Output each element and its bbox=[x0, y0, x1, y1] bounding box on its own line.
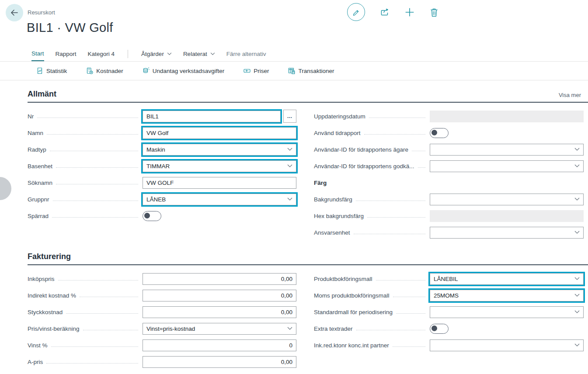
a-pris-input[interactable] bbox=[143, 356, 296, 368]
produktbokforingsmall-dropdown[interactable]: LÅNEBIL bbox=[430, 273, 584, 285]
fewer-options-button[interactable]: Färre alternativ bbox=[226, 47, 266, 61]
card-content: Allmänt Visa mer Nr … Namn bbox=[0, 80, 588, 370]
undantag-verkstadsavgifter-action[interactable]: Undantag verkstadsavgifter bbox=[140, 67, 227, 75]
dotted-leader bbox=[376, 280, 425, 280]
trash-icon bbox=[429, 7, 439, 17]
field-label: Styckkostnad bbox=[28, 309, 63, 315]
section-allmant-fields: Nr … Namn Radtyp bbox=[28, 108, 584, 241]
priser-action[interactable]: Priser bbox=[241, 67, 271, 75]
action-label: Undantag verkstadsavgifter bbox=[153, 68, 224, 74]
subheading-farg: Färg bbox=[314, 180, 327, 186]
dotted-leader bbox=[37, 117, 138, 118]
field-label: Användar-ID för tidrapportens godkä... bbox=[314, 163, 414, 170]
tab-start[interactable]: Start bbox=[31, 47, 44, 61]
section-title[interactable]: Allmänt bbox=[28, 90, 56, 99]
field-row-gruppnr: Gruppnr LÅNEB bbox=[28, 191, 296, 208]
nr-input[interactable] bbox=[143, 111, 281, 122]
anvand-tidrapport-toggle[interactable] bbox=[430, 128, 449, 138]
chevron-down-icon bbox=[574, 310, 580, 314]
share-button[interactable] bbox=[379, 7, 390, 18]
field-row-soknamn: Söknamn bbox=[28, 174, 296, 191]
standardmall-periodisering-dropdown[interactable] bbox=[430, 306, 584, 318]
chevron-down-icon bbox=[287, 327, 292, 330]
hex-bakgrundsfarg-field bbox=[430, 210, 584, 222]
chevron-down-icon bbox=[574, 343, 580, 347]
dotted-leader bbox=[412, 150, 425, 151]
back-button[interactable] bbox=[6, 4, 23, 21]
inkredktonr-dropdown[interactable] bbox=[430, 339, 584, 351]
ansvarsenhet-dropdown[interactable] bbox=[430, 227, 584, 239]
soknamn-input[interactable] bbox=[143, 177, 296, 189]
tidrapport-agare-dropdown[interactable] bbox=[430, 144, 584, 156]
field-row-vinst-procent: Vinst % bbox=[28, 337, 296, 353]
tidrapport-godkannare-dropdown[interactable] bbox=[430, 160, 584, 172]
calculator-coin-icon bbox=[86, 67, 93, 74]
basenhet-dropdown[interactable]: TIMMAR bbox=[143, 160, 296, 172]
show-more-link[interactable]: Visa mer bbox=[556, 91, 584, 99]
field-label: Indirekt kostnad % bbox=[28, 292, 76, 299]
ledger-icon bbox=[288, 67, 295, 74]
tab-kategori-4[interactable]: Kategori 4 bbox=[88, 47, 115, 61]
section-allmant-header: Allmänt Visa mer bbox=[28, 90, 588, 103]
menu-atgarder[interactable]: Åtgärder bbox=[141, 47, 172, 61]
dotted-leader bbox=[58, 280, 138, 280]
statistik-action[interactable]: Statistik bbox=[34, 67, 70, 75]
section-fakturering-header: Fakturering bbox=[28, 252, 588, 265]
pris-vinst-berakning-dropdown[interactable]: Vinst=pris-kostnad bbox=[143, 323, 296, 335]
field-label: Använd tidrapport bbox=[314, 130, 361, 136]
statistics-icon bbox=[36, 67, 43, 74]
field-label: Gruppnr bbox=[28, 196, 49, 203]
field-label: Nr bbox=[28, 113, 34, 120]
field-row-moms-produktbokforingsmall: Moms produktbokföringsmall 25MOMS bbox=[314, 287, 584, 304]
field-label: Söknamn bbox=[28, 180, 52, 186]
dotted-leader bbox=[51, 346, 138, 347]
dotted-leader bbox=[83, 329, 138, 330]
delete-button[interactable] bbox=[429, 7, 439, 17]
field-row-namn: Namn bbox=[28, 125, 296, 141]
action-label: Kostnader bbox=[96, 68, 123, 74]
chevron-down-icon bbox=[287, 197, 292, 201]
inkopspris-input[interactable] bbox=[143, 273, 296, 285]
menu-relaterat[interactable]: Relaterat bbox=[183, 47, 215, 61]
action-label: Transaktioner bbox=[298, 68, 334, 74]
gruppnr-dropdown[interactable]: LÅNEB bbox=[143, 194, 296, 205]
assist-edit-button[interactable]: … bbox=[283, 110, 296, 123]
tab-rapport[interactable]: Rapport bbox=[56, 47, 77, 61]
moms-produktbokforingsmall-dropdown[interactable]: 25MOMS bbox=[430, 290, 584, 301]
vinst-procent-input[interactable] bbox=[143, 339, 296, 351]
field-row-pris-vinst-berakning: Pris/vinst-beräkning Vinst=pris-kostnad bbox=[28, 320, 296, 337]
extra-textrader-toggle[interactable] bbox=[430, 324, 449, 334]
field-row-bakgrundsfarg: Bakgrundsfärg bbox=[314, 191, 584, 208]
field-row-extra-textrader: Extra textrader bbox=[314, 320, 584, 337]
transaktioner-action[interactable]: Transaktioner bbox=[285, 67, 337, 75]
field-row-sparrad: Spärrad bbox=[28, 208, 296, 224]
field-label: Moms produktbokföringsmall bbox=[314, 292, 390, 299]
edit-pencil-icon bbox=[352, 8, 361, 17]
namn-input[interactable] bbox=[143, 127, 296, 139]
section-title[interactable]: Fakturering bbox=[28, 252, 71, 261]
allmant-left-column: Nr … Namn Radtyp bbox=[28, 108, 296, 241]
menu-label: Relaterat bbox=[183, 51, 207, 57]
breadcrumb[interactable]: Resurskort bbox=[28, 9, 55, 16]
edit-button[interactable] bbox=[347, 3, 365, 21]
dotted-leader bbox=[56, 167, 138, 168]
ribbon-tabs: Start Rapport Kategori 4 Åtgärder Relate… bbox=[0, 47, 588, 62]
styckkostnad-input[interactable] bbox=[143, 306, 296, 318]
arrow-left-icon bbox=[9, 7, 20, 18]
radtyp-dropdown[interactable]: Maskin bbox=[143, 144, 296, 156]
field-label: Spärrad bbox=[28, 213, 49, 219]
kostnader-action[interactable]: Kostnader bbox=[84, 67, 126, 75]
indirekt-kostnad-input[interactable] bbox=[143, 290, 296, 301]
field-label: Ansvarsenhet bbox=[314, 229, 350, 236]
field-row-inkredktonr: Ink.red.ktonr konc.int partner bbox=[314, 337, 584, 353]
bakgrundsfarg-dropdown[interactable] bbox=[430, 194, 584, 205]
field-label: Inköpspris bbox=[28, 276, 55, 282]
uppdateringsdatum-field bbox=[430, 111, 584, 122]
dotted-leader bbox=[66, 313, 138, 314]
chevron-down-icon bbox=[574, 231, 580, 234]
new-button[interactable] bbox=[404, 7, 415, 17]
coins-icon bbox=[143, 67, 150, 74]
field-row-radtyp: Radtyp Maskin bbox=[28, 141, 296, 158]
dotted-leader bbox=[364, 134, 425, 135]
sparrad-toggle[interactable] bbox=[143, 211, 161, 221]
